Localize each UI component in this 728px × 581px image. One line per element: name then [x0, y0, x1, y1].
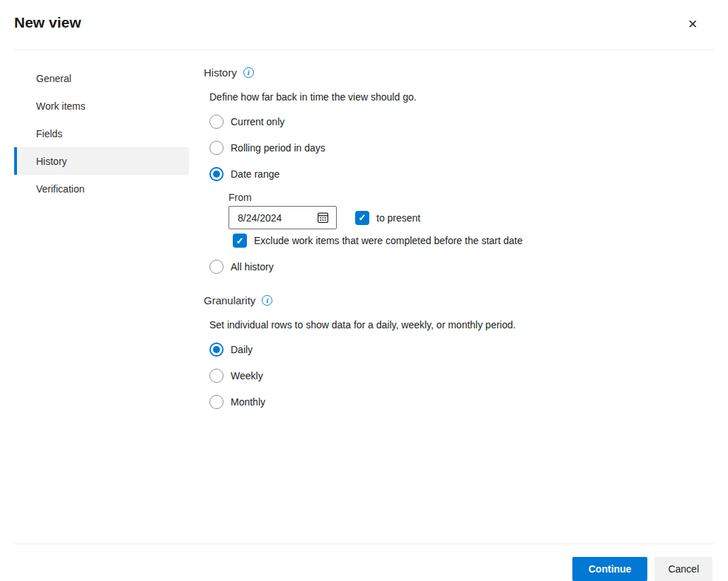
radio-date-range[interactable]: Date range: [209, 167, 728, 181]
radio-circle-icon: [209, 343, 224, 357]
checkbox-checked-icon: ✓: [233, 234, 247, 248]
sidebar-item-work-items[interactable]: Work items: [14, 92, 189, 120]
radio-rolling-period[interactable]: Rolling period in days: [209, 141, 728, 155]
radio-daily[interactable]: Daily: [209, 343, 728, 357]
radio-current-only[interactable]: Current only: [209, 115, 728, 129]
dialog-title: New view: [14, 13, 714, 33]
radio-weekly[interactable]: Weekly: [209, 369, 728, 383]
radio-circle-icon: [209, 369, 224, 383]
radio-circle-icon: [209, 141, 224, 155]
sidebar: General Work items Fields History Verifi…: [14, 50, 189, 202]
granularity-section-header: Granularity i: [204, 294, 728, 306]
calendar-icon[interactable]: [317, 212, 329, 224]
radio-circle-icon: [209, 167, 224, 181]
radio-circle-icon: [209, 260, 224, 274]
sidebar-item-label: History: [36, 156, 67, 167]
history-section-title: History: [204, 67, 237, 79]
from-label: From: [229, 192, 728, 203]
dialog-header: New view ✕: [0, 0, 728, 33]
exclude-completed-checkbox[interactable]: ✓ Exclude work items that were completed…: [233, 234, 728, 248]
granularity-section-title: Granularity: [204, 294, 255, 306]
sidebar-item-history[interactable]: History: [14, 147, 189, 175]
checkbox-checked-icon: ✓: [355, 211, 369, 225]
history-description: Define how far back in time the view sho…: [209, 91, 728, 103]
sidebar-item-fields[interactable]: Fields: [14, 120, 189, 147]
history-section-header: History i: [204, 67, 728, 79]
radio-monthly[interactable]: Monthly: [209, 395, 728, 409]
sidebar-item-label: General: [36, 73, 71, 84]
close-icon: ✕: [688, 17, 698, 32]
history-panel: History i Define how far back in time th…: [204, 50, 728, 409]
info-icon[interactable]: i: [262, 295, 272, 306]
from-date-input[interactable]: 8/24/2024: [229, 206, 337, 229]
dialog-footer: Continue Cancel: [0, 543, 728, 581]
sidebar-item-general[interactable]: General: [14, 64, 189, 92]
dialog-body: General Work items Fields History Verifi…: [0, 50, 728, 409]
date-range-block: From 8/24/2024: [229, 192, 728, 248]
cancel-button[interactable]: Cancel: [654, 557, 712, 581]
info-icon[interactable]: i: [243, 67, 254, 78]
from-date-value: 8/24/2024: [238, 212, 282, 224]
granularity-description: Set individual rows to show data for a d…: [209, 319, 728, 330]
radio-circle-icon: [209, 115, 224, 129]
date-row: 8/24/2024: [229, 206, 728, 229]
to-present-checkbox[interactable]: ✓ to present: [355, 211, 420, 225]
sidebar-item-label: Work items: [36, 100, 86, 112]
sidebar-item-label: Verification: [36, 183, 84, 195]
sidebar-item-label: Fields: [36, 128, 62, 139]
continue-button[interactable]: Continue: [572, 557, 648, 581]
radio-circle-icon: [209, 395, 224, 409]
granularity-section: Granularity i Set individual rows to sho…: [204, 294, 728, 409]
sidebar-item-verification[interactable]: Verification: [14, 175, 189, 202]
close-button[interactable]: ✕: [684, 16, 701, 33]
footer-buttons: Continue Cancel: [0, 544, 728, 581]
radio-all-history[interactable]: All history: [209, 260, 728, 274]
new-view-dialog: New view ✕ General Work items Fields His…: [0, 0, 728, 581]
